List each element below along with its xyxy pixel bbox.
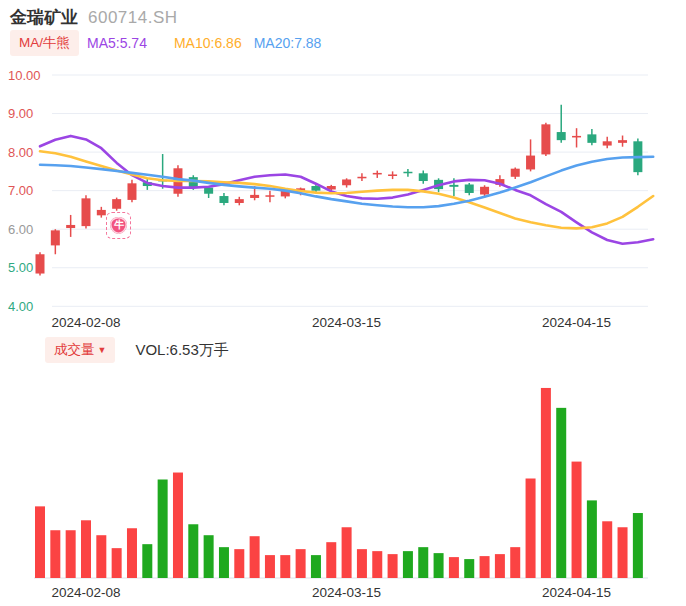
volume-bar[interactable] xyxy=(388,554,398,578)
price-chart-pane: 10.009.008.007.006.005.004.002024-02-082… xyxy=(0,56,686,332)
x-axis-label: 2024-03-15 xyxy=(312,585,381,600)
volume-bar[interactable] xyxy=(250,536,260,578)
volume-bar[interactable] xyxy=(602,521,612,578)
volume-bar[interactable] xyxy=(526,479,536,579)
bull-glyph: 牛 xyxy=(114,218,124,232)
candle-body[interactable] xyxy=(465,184,474,192)
volume-bar[interactable] xyxy=(510,547,520,578)
volume-bar[interactable] xyxy=(50,530,60,578)
ma20-value-label: MA20:7.88 xyxy=(254,35,322,51)
volume-bar[interactable] xyxy=(418,547,428,578)
header: 金瑞矿业 600714.SH xyxy=(0,0,686,30)
volume-bar[interactable] xyxy=(556,408,566,578)
ma5-value-label: MA5:5.74 xyxy=(87,35,147,51)
dropdown-arrow-icon: ▼ xyxy=(98,345,107,355)
volume-bar[interactable] xyxy=(357,549,367,578)
candle-body[interactable] xyxy=(51,230,60,245)
volume-value-label: VOL:6.53万手 xyxy=(135,341,228,360)
volume-bar[interactable] xyxy=(326,542,336,578)
volume-bar[interactable] xyxy=(296,549,306,578)
candle-body[interactable] xyxy=(373,173,382,175)
volume-bar[interactable] xyxy=(480,556,490,578)
volume-bar[interactable] xyxy=(265,555,275,578)
candle-body[interactable] xyxy=(419,173,428,181)
candle-body[interactable] xyxy=(250,195,259,198)
volume-bar[interactable] xyxy=(158,479,168,578)
candle-body[interactable] xyxy=(97,210,106,215)
volume-bar[interactable] xyxy=(449,557,459,578)
candle-body[interactable] xyxy=(342,179,351,185)
volume-bar[interactable] xyxy=(572,462,582,578)
y-axis-label: 4.00 xyxy=(8,299,33,314)
stock-chart-app: 金瑞矿业 600714.SH MA/牛熊 MA5:5.74 MA10:6.86 … xyxy=(0,0,686,606)
volume-bar[interactable] xyxy=(112,548,122,578)
candle-body[interactable] xyxy=(81,198,90,226)
volume-indicator-dropdown[interactable]: 成交量▼ xyxy=(45,337,115,363)
candle-body[interactable] xyxy=(127,183,136,200)
volume-bar-chart[interactable]: 2024-02-082024-03-152024-04-15 xyxy=(0,368,686,606)
volume-bar[interactable] xyxy=(142,544,152,578)
candle-body[interactable] xyxy=(603,141,612,145)
x-axis-label: 2024-03-15 xyxy=(312,315,381,330)
candle-body[interactable] xyxy=(36,254,45,273)
stock-name: 金瑞矿业 xyxy=(10,6,78,29)
volume-bar[interactable] xyxy=(81,520,91,578)
volume-header: 成交量▼ VOL:6.53万手 xyxy=(0,332,686,368)
volume-bar[interactable] xyxy=(219,547,229,578)
stock-code: 600714.SH xyxy=(88,8,178,28)
volume-bar[interactable] xyxy=(234,549,244,578)
candle-body[interactable] xyxy=(112,199,121,209)
volume-bar[interactable] xyxy=(495,554,505,578)
volume-bar[interactable] xyxy=(66,530,76,578)
volume-bar[interactable] xyxy=(618,527,628,578)
volume-bar[interactable] xyxy=(541,388,551,578)
volume-bar[interactable] xyxy=(204,535,214,578)
volume-bar[interactable] xyxy=(587,500,597,578)
ma10-value-label: MA10:6.86 xyxy=(174,35,242,51)
volume-bar[interactable] xyxy=(35,506,45,578)
candle-body[interactable] xyxy=(480,187,489,195)
candle-body[interactable] xyxy=(265,195,274,197)
price-candlestick-chart[interactable]: 10.009.008.007.006.005.004.002024-02-082… xyxy=(0,56,686,332)
indicator-legend: MA/牛熊 MA5:5.74 MA10:6.86 MA20:7.88 xyxy=(0,30,686,56)
volume-bar[interactable] xyxy=(173,473,183,578)
y-axis-label: 6.00 xyxy=(8,222,33,237)
y-axis-label: 7.00 xyxy=(8,183,33,198)
volume-bar[interactable] xyxy=(127,528,137,578)
candle-body[interactable] xyxy=(541,124,550,154)
candle-body[interactable] xyxy=(557,132,566,140)
volume-bar[interactable] xyxy=(464,559,474,578)
candle-body[interactable] xyxy=(511,169,520,177)
candle-body[interactable] xyxy=(66,225,75,228)
candle-body[interactable] xyxy=(403,172,412,174)
volume-bar[interactable] xyxy=(311,555,321,578)
volume-bar[interactable] xyxy=(342,527,352,578)
y-axis-label: 9.00 xyxy=(8,106,33,121)
candle-body[interactable] xyxy=(526,156,535,170)
candle-body[interactable] xyxy=(572,136,581,138)
volume-bar[interactable] xyxy=(434,553,444,578)
candle-body[interactable] xyxy=(388,174,397,176)
y-axis-label: 10.00 xyxy=(8,68,41,83)
x-axis-label: 2024-02-08 xyxy=(51,585,120,600)
y-axis-label: 5.00 xyxy=(8,260,33,275)
volume-bar[interactable] xyxy=(633,513,643,578)
candle-body[interactable] xyxy=(587,134,596,142)
volume-bar[interactable] xyxy=(403,551,413,578)
volume-bar[interactable] xyxy=(188,524,198,578)
candle-body[interactable] xyxy=(204,188,213,194)
candle-body[interactable] xyxy=(449,185,458,187)
bull-shield-icon: 牛 xyxy=(110,217,127,234)
volume-bar[interactable] xyxy=(372,551,382,578)
volume-bar[interactable] xyxy=(96,535,106,578)
x-axis-label: 2024-02-08 xyxy=(51,315,120,330)
candle-body[interactable] xyxy=(618,140,627,143)
ma-indicator-tab[interactable]: MA/牛熊 xyxy=(10,30,79,56)
x-axis-label: 2024-04-15 xyxy=(542,585,611,600)
bull-badge-icon[interactable]: 牛 xyxy=(106,212,131,239)
candle-body[interactable] xyxy=(219,196,228,203)
candle-body[interactable] xyxy=(235,199,244,203)
y-axis-label: 8.00 xyxy=(8,145,33,160)
candle-body[interactable] xyxy=(357,177,366,179)
volume-bar[interactable] xyxy=(280,555,290,578)
